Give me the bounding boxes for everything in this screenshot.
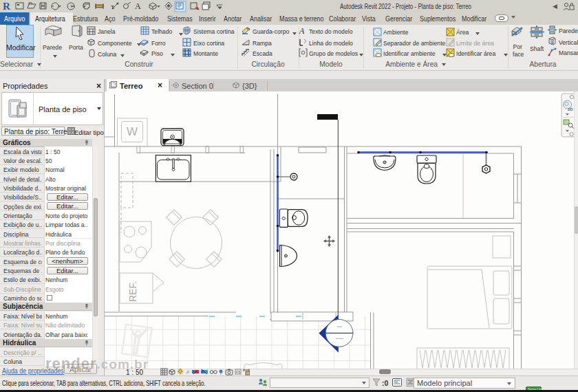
svg-text:A: A <box>299 26 305 35</box>
svg-text:2D: 2D <box>568 107 573 111</box>
svg-text:.x: .x <box>185 371 188 375</box>
svg-text:F5: F5 <box>236 370 240 374</box>
svg-text:REF.: REF. <box>127 281 138 302</box>
svg-text:W: W <box>127 125 138 138</box>
svg-text:A: A <box>135 1 141 11</box>
svg-text:R: R <box>3 1 10 12</box>
